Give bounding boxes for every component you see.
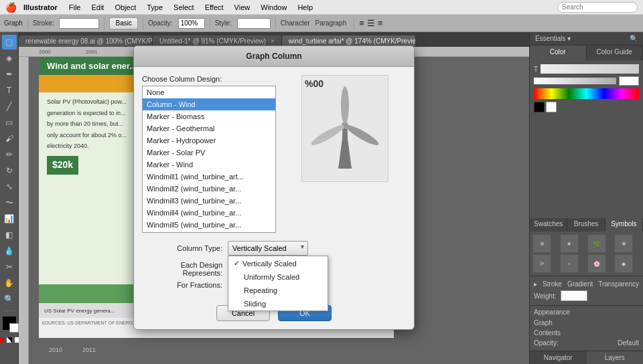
line-tool[interactable]: ╱ [2, 99, 17, 114]
gradient-icon[interactable] [6, 337, 13, 343]
dialog-list-label: Choose Column Design: [142, 75, 276, 83]
menu-type[interactable]: Type [142, 2, 167, 13]
list-item-marker-wind[interactable]: Marker - Wind [143, 159, 275, 171]
column-type-dropdown[interactable]: Vertically Scaled Uniformly Scaled Repea… [228, 256, 328, 311]
symbol-item-6[interactable]: ≈ [560, 254, 579, 273]
zoom-tool[interactable]: 🔍 [2, 292, 17, 306]
direct-selection-tool[interactable]: ◈ [2, 51, 17, 66]
stroke-swatch[interactable] [9, 323, 19, 333]
eyedropper-tool[interactable]: 💧 [2, 244, 17, 258]
bg-color-swatch[interactable] [546, 102, 557, 112]
appearance-panel: Appearance Graph Contents Opacity: Defau… [530, 305, 643, 351]
dropdown-repeating[interactable]: Repeating [228, 284, 328, 297]
dropdown-vertically-scaled[interactable]: Vertically Scaled [228, 256, 328, 270]
layers-tab[interactable]: Layers [587, 351, 644, 364]
character-label: Character [281, 19, 310, 27]
fg-color-swatch[interactable] [534, 102, 545, 112]
stroke-input[interactable] [59, 18, 99, 29]
hand-tool[interactable]: ✋ [2, 276, 17, 290]
stroke-panel-label: Stroke [543, 280, 562, 288]
menu-object[interactable]: Object [110, 2, 141, 13]
search-icon[interactable]: 🔍 [630, 35, 638, 42]
svg-point-4 [344, 122, 378, 148]
color-icon[interactable] [0, 337, 5, 343]
brushes-tab[interactable]: Brushes [567, 218, 605, 232]
list-item-none[interactable]: None [143, 86, 275, 98]
main-layout: ▢ ◈ ✒ T ╱ ▭ 🖌 ✏ ↻ ⤡ 〜 📊 ◧ 💧 ✂ ✋ 🔍 renew [0, 32, 643, 364]
menu-effect[interactable]: Effect [200, 2, 228, 13]
basic-button[interactable]: Basic [109, 17, 137, 29]
app-name: Illustrator [23, 3, 58, 11]
opacity-value: Default [618, 339, 639, 347]
search-input[interactable] [557, 2, 638, 13]
stroke-expand-icon[interactable]: ▸ [534, 280, 537, 288]
style-input[interactable] [237, 18, 271, 29]
each-design-label: Each Design Represents: [142, 261, 222, 277]
gradient-tool[interactable]: ◧ [2, 227, 17, 242]
menu-view[interactable]: View [230, 2, 255, 13]
menu-help[interactable]: Help [293, 2, 317, 13]
align-left-icon[interactable]: ≡ [359, 18, 364, 28]
scale-tool[interactable]: ⤡ [2, 179, 17, 194]
dialog-list[interactable]: None Column - Wind Marker - Biomass Mark… [142, 86, 276, 233]
panel-section-tabs: Swatches Brushes Symbols [530, 218, 643, 232]
list-item-windmill3[interactable]: Windmill3 (wind_turbine_ar... [143, 195, 275, 207]
cmyk-slider[interactable] [541, 64, 639, 74]
list-item-windmill2[interactable]: Windmill2 (wind_turbine_ar... [143, 183, 275, 195]
menu-select[interactable]: Select [169, 2, 199, 13]
svg-point-3 [341, 86, 349, 124]
symbol-item-4[interactable]: ❀ [614, 234, 633, 253]
list-item-marker-biomass[interactable]: Marker - Biomass [143, 110, 275, 122]
list-item-windmill5[interactable]: Windmill5 (wind_turbine_ar... [143, 219, 275, 231]
list-item-marker-geothermal[interactable]: Marker - Geothermal [143, 122, 275, 134]
pen-tool[interactable]: ✒ [2, 67, 17, 82]
symbols-tab[interactable]: Symbols [605, 218, 643, 232]
apple-menu[interactable]: 🍎 [5, 2, 17, 13]
symbol-item-3[interactable]: 🌿 [587, 234, 606, 253]
scissors-tool[interactable]: ✂ [2, 260, 17, 274]
menu-file[interactable]: File [64, 2, 86, 13]
symbol-item-5[interactable]: ⟳ [532, 254, 551, 273]
stroke-label: Stroke: [33, 19, 54, 27]
canvas-area: renewable energy 08.ai @ 100% (CMYK/Prev… [19, 32, 529, 364]
align-center-icon[interactable]: ☰ [367, 18, 375, 28]
stroke-panel: ▸ Stroke Gradient Transparency Weight: [530, 276, 643, 305]
color-guide-tab[interactable]: Color Guide [587, 46, 644, 60]
pencil-tool[interactable]: ✏ [2, 147, 17, 162]
rect-tool[interactable]: ▭ [2, 115, 17, 130]
symbol-item-1[interactable]: ⊕ [532, 234, 551, 253]
color-value-input[interactable] [619, 76, 639, 86]
for-fractions-label: For Fractions: [142, 281, 222, 289]
list-item-marker-hydropower[interactable]: Marker - Hydropower [143, 134, 275, 147]
menu-window[interactable]: Window [256, 2, 291, 13]
navigator-tab[interactable]: Navigator [530, 351, 587, 364]
menu-edit[interactable]: Edit [86, 2, 109, 13]
slider-track[interactable] [534, 78, 616, 84]
type-tool[interactable]: T [2, 83, 17, 98]
align-right-icon[interactable]: ≡ [378, 18, 383, 28]
list-item-windmill4[interactable]: Windmill4 (wind_turbine_ar... [143, 207, 275, 219]
symbol-item-8[interactable]: ◆ [614, 254, 633, 273]
fill-swatch[interactable] [3, 316, 16, 330]
weight-input[interactable] [561, 290, 587, 301]
dialog-preview-box: %00 [301, 75, 388, 182]
swatches-tab[interactable]: Swatches [530, 218, 567, 232]
graph-tool[interactable]: 📊 [2, 211, 17, 226]
paintbrush-tool[interactable]: 🖌 [2, 131, 17, 146]
column-type-select[interactable]: Vertically Scaled Uniformly Scaled Repea… [228, 241, 308, 256]
selection-tool[interactable]: ▢ [2, 35, 17, 50]
list-item-column-wind[interactable]: Column - Wind [143, 98, 275, 110]
dropdown-uniformly-scaled[interactable]: Uniformly Scaled [228, 270, 328, 284]
warp-tool[interactable]: 〜 [2, 195, 17, 210]
symbol-item-7[interactable]: 🌸 [587, 254, 606, 273]
symbol-item-2[interactable]: ★ [560, 234, 579, 253]
dropdown-sliding[interactable]: Sliding [228, 297, 328, 310]
list-item-marker-solar[interactable]: Marker - Solar PV [143, 147, 275, 159]
list-item-windmill1[interactable]: Windmill1 (wind_turbine_art... [143, 171, 275, 183]
opacity-input[interactable] [178, 18, 205, 29]
rotate-tool[interactable]: ↻ [2, 163, 17, 178]
svg-point-5 [311, 122, 346, 148]
appearance-label: Appearance [534, 308, 639, 316]
color-tab[interactable]: Color [530, 46, 587, 60]
color-spectrum[interactable] [534, 88, 639, 99]
